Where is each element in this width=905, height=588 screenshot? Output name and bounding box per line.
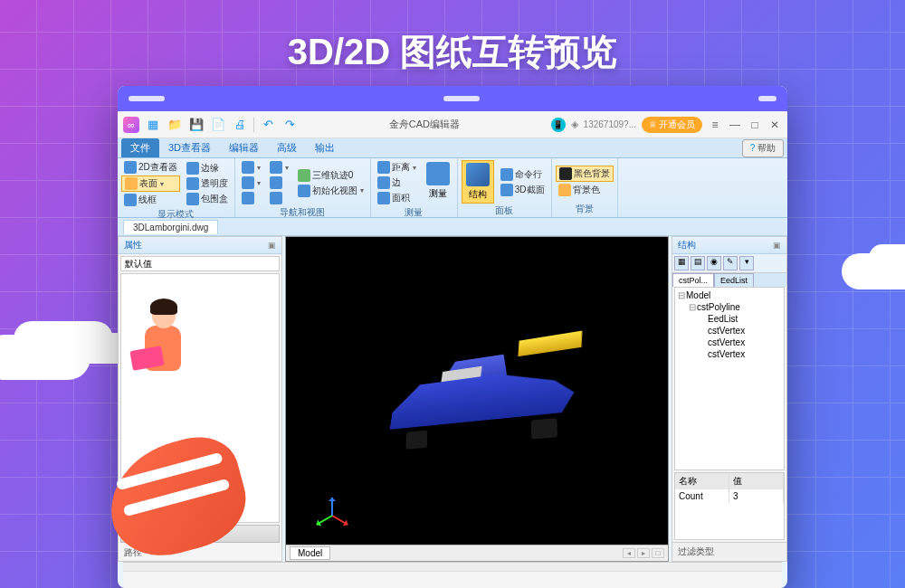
cloud-decoration (842, 253, 905, 289)
tab-editor[interactable]: 编辑器 (220, 138, 268, 157)
ribbon-tabs: 文件 3D查看器 编辑器 高级 输出 ? 帮助 (118, 138, 787, 158)
tree-tab-eedlist[interactable]: EedList (714, 273, 754, 287)
ribbon-measure-big[interactable]: 测量 (423, 160, 453, 205)
app-logo-icon: ∞ (123, 117, 139, 133)
app-title: 金舟CAD编辑器 (303, 118, 546, 131)
3d-viewport[interactable]: Model ◂▸□ (285, 236, 669, 562)
document-tab[interactable]: 3DLamborgini.dwg (123, 220, 218, 234)
phone-icon[interactable]: 📱 (551, 118, 566, 132)
command-bar[interactable] (123, 562, 782, 588)
ribbon-zoom-icon3[interactable] (267, 191, 291, 205)
document-tabs: 3DLamborgini.dwg (118, 218, 787, 236)
ribbon-bounding-box[interactable]: 包围盒 (184, 192, 231, 206)
ribbon-group-bg: 背景 (556, 202, 614, 215)
ribbon-surface[interactable]: 表面▾ (121, 175, 180, 192)
tree-node[interactable]: ⊟Model (677, 289, 782, 301)
tree-btn[interactable]: ▤ (691, 256, 705, 270)
ribbon-edge[interactable]: 边缘 (184, 161, 231, 175)
ribbon-structure-big[interactable]: 结构 (462, 160, 494, 204)
tree-node[interactable]: cstVertex (677, 348, 782, 360)
3d-model-car (377, 334, 597, 448)
properties-title: 属性 (124, 239, 142, 251)
tab-file[interactable]: 文件 (121, 138, 159, 157)
tree-toolbar: ▦ ▤ ◉ ✎ ▾ (672, 254, 786, 273)
viewport-nav[interactable]: ◂▸□ (623, 548, 664, 558)
axis-gizmo (313, 498, 349, 534)
viewport-tab-model[interactable]: Model (290, 546, 330, 560)
ribbon-3d-section[interactable]: 3D截面 (498, 183, 548, 197)
ribbon-zoom-icon2[interactable] (267, 175, 291, 190)
tree-node[interactable]: EedList (677, 313, 782, 325)
ribbon-group-panel: 面板 (462, 204, 548, 217)
ribbon-toolbar: 2D查看器 表面▾ 线框 边缘 透明度 包围盒 显示模式 ▾ ▾ (118, 158, 787, 218)
ribbon-nav-icon2[interactable]: ▾ (239, 175, 263, 190)
diamond-icon: ◈ (571, 119, 578, 130)
tree-tab-polyline[interactable]: cstPol... (672, 273, 714, 287)
ribbon-nav-icon3[interactable] (239, 191, 263, 205)
maximize-button[interactable]: □ (748, 119, 762, 131)
titlebar: ∞ ▦ 📁 💾 📄 🖨 ↶ ↷ 金舟CAD编辑器 📱 ◈ 13267109?..… (118, 111, 787, 138)
ribbon-cmdline[interactable]: 命令行 (498, 167, 548, 182)
tree-node[interactable]: cstVertex (677, 337, 782, 348)
ribbon-edge-measure[interactable]: 边 (375, 175, 419, 190)
print-icon[interactable]: 🖨 (232, 117, 248, 133)
ribbon-nav-icon[interactable]: ▾ (239, 160, 263, 175)
mascot-illustration (90, 353, 272, 552)
tree-btn[interactable]: ▾ (739, 256, 754, 270)
cloud-decoration (0, 335, 90, 380)
ribbon-orbit[interactable]: 三维轨迹0 (295, 168, 367, 183)
minimize-button[interactable]: — (728, 119, 742, 131)
structure-tree[interactable]: ⊟Model⊟cstPolylineEedListcstVertexcstVer… (674, 287, 785, 470)
undo-icon[interactable]: ↶ (260, 117, 276, 133)
property-default-input[interactable] (120, 256, 280, 271)
vip-button[interactable]: ♕开通会员 (642, 117, 702, 133)
new-file-icon[interactable]: ▦ (145, 117, 161, 133)
ribbon-distance[interactable]: 距离▾ (375, 160, 419, 175)
tab-advanced[interactable]: 高级 (268, 138, 306, 157)
open-file-icon[interactable]: 📁 (167, 117, 183, 133)
tree-btn[interactable]: ◉ (707, 256, 721, 270)
tab-3d-viewer[interactable]: 3D查看器 (159, 138, 220, 157)
ribbon-black-bg[interactable]: 黑色背景 (556, 166, 614, 182)
ribbon-bg-color[interactable]: 背景色 (556, 183, 614, 197)
ribbon-group-nav: 导航和视图 (239, 205, 367, 219)
browser-chrome (118, 86, 787, 111)
ribbon-reset-view[interactable]: 初始化视图▾ (295, 184, 367, 198)
hero-title: 3D/2D 图纸互转预览 (288, 27, 618, 77)
panel-collapse-icon[interactable]: ▣ (268, 241, 276, 250)
help-button[interactable]: ? 帮助 (742, 139, 784, 157)
ribbon-zoom-icon[interactable]: ▾ (267, 160, 291, 175)
save-icon[interactable]: 💾 (188, 117, 205, 133)
ribbon-2d-viewer[interactable]: 2D查看器 (121, 160, 180, 175)
property-grid: 名称值 Count3 (674, 472, 785, 540)
tree-btn[interactable]: ▦ (674, 256, 689, 270)
ribbon-group-measure: 测量 (375, 205, 453, 219)
ribbon-area[interactable]: 面积 (375, 191, 419, 205)
ribbon-wireframe[interactable]: 线框 (121, 193, 180, 207)
tree-node[interactable]: ⊟cstPolyline (677, 301, 782, 313)
phone-number: 13267109?... (584, 119, 636, 129)
structure-panel: 结构▣ ▦ ▤ ◉ ✎ ▾ cstPol... EedList ⊟Model⊟c… (672, 236, 787, 562)
tree-node[interactable]: cstVertex (677, 325, 782, 337)
structure-title: 结构 (678, 239, 696, 251)
redo-icon[interactable]: ↷ (281, 117, 298, 133)
ribbon-transparency[interactable]: 透明度 (184, 176, 231, 191)
close-button[interactable]: ✕ (767, 119, 782, 131)
export-pdf-icon[interactable]: 📄 (210, 117, 226, 133)
panel-collapse-icon[interactable]: ▣ (773, 241, 781, 250)
tab-output[interactable]: 输出 (306, 138, 344, 157)
filter-label: 过滤类型 (672, 542, 786, 561)
settings-icon[interactable]: ≡ (708, 119, 722, 131)
tree-btn[interactable]: ✎ (723, 256, 738, 270)
